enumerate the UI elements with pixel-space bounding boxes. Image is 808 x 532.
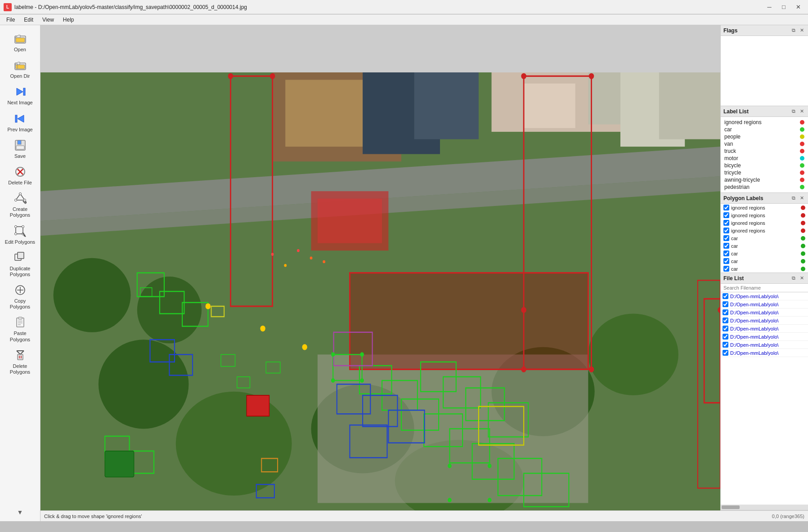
file-checkbox[interactable] <box>723 293 728 299</box>
label-item[interactable]: truck <box>724 148 804 155</box>
polygon-item: car <box>721 265 808 273</box>
file-list-restore-button[interactable]: ⧉ <box>790 275 797 282</box>
file-checkbox[interactable] <box>723 326 728 331</box>
label-list-title: Label List <box>723 108 749 115</box>
status-message: Click & drag to move shape 'ignored regi… <box>44 514 142 519</box>
file-item[interactable]: D:/Open-mmLab/yolo\ <box>721 308 808 317</box>
polygon-label-text: ignored regions <box>731 213 799 218</box>
file-scrollbar[interactable] <box>721 505 808 510</box>
save-button[interactable]: Save <box>2 135 38 162</box>
create-polygons-button[interactable]: Create Polygons <box>2 188 38 221</box>
close-button[interactable]: ✕ <box>792 2 804 12</box>
polygon-checkbox[interactable] <box>723 228 729 233</box>
paste-polygons-label: Paste Polygons <box>4 331 36 342</box>
file-item[interactable]: D:/Open-mmLab/yolo\ <box>721 349 808 357</box>
menu-help[interactable]: Help <box>58 16 79 24</box>
label-item[interactable]: ignored regions <box>724 119 804 126</box>
paste-polygons-button[interactable]: Paste Polygons <box>2 313 38 345</box>
open-button[interactable]: Open <box>2 29 38 55</box>
svg-point-134 <box>260 326 265 331</box>
label-item[interactable]: motor <box>724 155 804 162</box>
svg-point-116 <box>589 367 594 372</box>
polygon-checkbox[interactable] <box>723 266 729 272</box>
polygon-color-dot <box>801 259 805 264</box>
file-scrollbar-thumb[interactable] <box>722 505 740 509</box>
file-item[interactable]: D:/Open-mmLab/yolo\ <box>721 317 808 325</box>
label-item[interactable]: van <box>724 140 804 148</box>
menu-view[interactable]: View <box>38 16 58 24</box>
polygon-checkbox[interactable] <box>723 258 729 264</box>
label-item[interactable]: tricycle <box>724 169 804 176</box>
polygon-checkbox[interactable] <box>723 212 729 218</box>
open-dir-button[interactable]: Open Dir <box>2 55 38 82</box>
label-item[interactable]: people <box>724 133 804 140</box>
svg-point-55 <box>492 347 595 436</box>
label-item[interactable]: car <box>724 126 804 133</box>
file-item[interactable]: D:/Open-mmLab/yolo\ <box>721 333 808 341</box>
svg-rect-57 <box>273 72 401 161</box>
main-layout: Open Open Dir Next Image <box>0 25 808 521</box>
label-list-restore-button[interactable]: ⧉ <box>790 108 797 115</box>
polygon-checkbox[interactable] <box>723 220 729 226</box>
svg-rect-120 <box>140 288 152 297</box>
label-dot <box>800 134 804 139</box>
file-search-input[interactable] <box>721 284 808 292</box>
menu-file[interactable]: File <box>2 16 19 24</box>
duplicate-polygons-button[interactable]: Duplicate Polygons <box>2 248 38 280</box>
flags-close-button[interactable]: ✕ <box>798 27 805 34</box>
image-viewport[interactable] <box>40 72 720 510</box>
file-item[interactable]: D:/Open-mmLab/yolo\ <box>721 341 808 349</box>
delete-polygons-button[interactable]: Delete Polygons <box>2 345 38 378</box>
minimize-button[interactable]: ─ <box>763 2 776 12</box>
polygon-checkbox[interactable] <box>723 250 729 256</box>
svg-rect-82 <box>472 443 514 479</box>
svg-rect-122 <box>221 354 235 366</box>
polygon-color-dot <box>801 244 805 248</box>
label-item[interactable]: bicycle <box>724 162 804 169</box>
polygon-labels-restore-button[interactable]: ⧉ <box>790 195 797 202</box>
label-item[interactable]: awning-tricycle <box>724 176 804 183</box>
file-item[interactable]: D:/Open-mmLab/yolo\ <box>721 292 808 300</box>
duplicate-polygons-label: Duplicate Polygons <box>4 266 36 277</box>
file-checkbox[interactable] <box>723 334 728 340</box>
file-checkbox[interactable] <box>723 342 728 348</box>
file-checkbox[interactable] <box>723 309 728 315</box>
svg-point-24 <box>14 232 17 235</box>
copy-polygons-button[interactable]: Copy Polygons <box>2 280 38 313</box>
canvas-area[interactable] <box>40 25 720 510</box>
maximize-button[interactable]: □ <box>777 2 790 12</box>
label-item[interactable]: pedestrian <box>724 183 804 191</box>
polygon-labels-controls: ⧉ ✕ <box>790 195 805 202</box>
prev-image-button[interactable]: Prev Image <box>2 109 38 135</box>
window-controls: ─ □ ✕ <box>763 2 804 12</box>
svg-rect-1 <box>16 38 25 42</box>
file-item[interactable]: D:/Open-mmLab/yolo\ <box>721 325 808 333</box>
label-name: ignored regions <box>724 119 797 125</box>
label-list-header: Label List ⧉ ✕ <box>721 106 808 117</box>
next-image-button[interactable]: Next Image <box>2 82 38 108</box>
polygon-color-dot <box>801 267 805 271</box>
file-item[interactable]: D:/Open-mmLab/yolo\ <box>721 300 808 308</box>
edit-polygons-button[interactable]: Edit Polygons <box>2 221 38 248</box>
polygon-labels-panel: Polygon Labels ⧉ ✕ ignored regions ignor… <box>721 193 808 273</box>
polygon-checkbox[interactable] <box>723 243 729 249</box>
file-checkbox[interactable] <box>723 301 728 307</box>
delete-polygons-icon <box>13 348 27 362</box>
svg-rect-73 <box>524 76 591 369</box>
toolbar-collapse[interactable]: ▼ <box>0 507 40 518</box>
menu-edit[interactable]: Edit <box>19 16 38 24</box>
file-checkbox[interactable] <box>723 317 728 323</box>
flags-restore-button[interactable]: ⧉ <box>790 27 797 34</box>
svg-point-112 <box>228 73 233 79</box>
delete-file-button[interactable]: Delete File <box>2 162 38 188</box>
svg-rect-101 <box>131 451 154 474</box>
polygon-checkbox[interactable] <box>723 235 729 241</box>
label-list-close-button[interactable]: ✕ <box>798 108 805 115</box>
polygon-labels-close-button[interactable]: ✕ <box>798 195 805 202</box>
polygon-item: car <box>721 257 808 265</box>
file-list-close-button[interactable]: ✕ <box>798 275 805 282</box>
title-bar: L labelme - D:/Open-mmLab/yolov5-master/… <box>0 0 808 14</box>
svg-rect-95 <box>137 273 164 297</box>
file-checkbox[interactable] <box>723 350 728 356</box>
polygon-checkbox[interactable] <box>723 205 729 210</box>
